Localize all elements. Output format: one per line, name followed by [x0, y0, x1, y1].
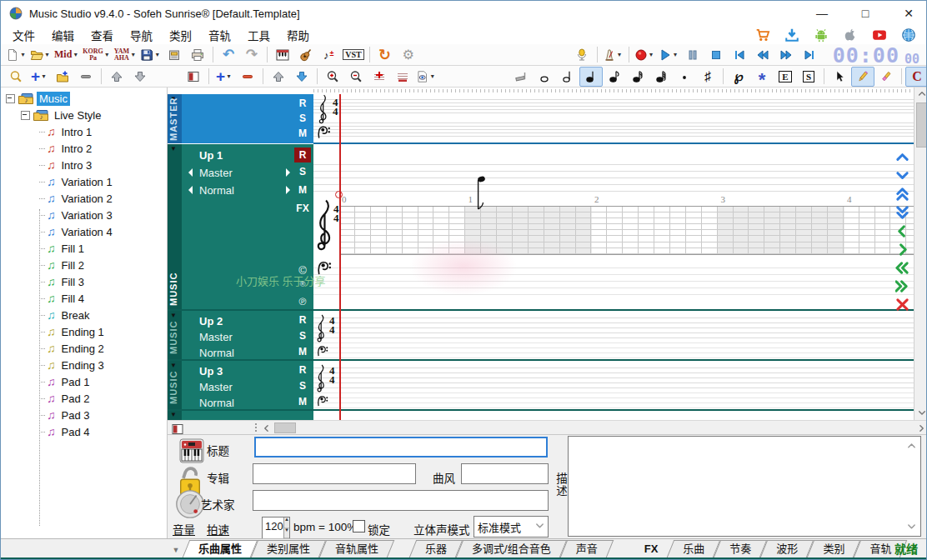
delete-notes-button[interactable]	[893, 296, 911, 312]
add-track-button[interactable]: +▾	[213, 67, 236, 87]
tree-item-pad-4[interactable]: ♫ Pad 4	[1, 423, 167, 440]
open-button[interactable]: ▾	[28, 45, 53, 65]
menu-item-edit[interactable]: 编辑	[43, 25, 83, 45]
youtube-icon[interactable]	[872, 28, 887, 42]
octave-up-button[interactable]	[893, 186, 911, 202]
up-3-r-button[interactable]: R	[294, 364, 311, 376]
track-mode[interactable]: Normal	[199, 347, 234, 359]
genre-input[interactable]	[461, 463, 549, 484]
up-2-m-button[interactable]: M	[294, 346, 311, 358]
tuplet-button[interactable]: *	[750, 67, 774, 87]
nudge-left-button[interactable]	[893, 222, 911, 239]
collapse-box-icon[interactable]	[6, 94, 15, 103]
print-button[interactable]	[186, 45, 209, 65]
tree-root-music[interactable]: ♪ Music	[1, 90, 167, 107]
panel-toggle-button[interactable]	[182, 67, 205, 87]
globe-icon[interactable]	[901, 28, 916, 42]
up-3-s-button[interactable]: S	[294, 380, 311, 392]
lock-checkbox[interactable]	[353, 520, 365, 532]
tab-multimode-combi[interactable]: 多调式/组合音色	[459, 540, 564, 558]
up-1-m-button[interactable]: M	[294, 184, 311, 196]
track-header-master[interactable]: ▼ MASTER RSM	[168, 94, 313, 143]
menu-item-track[interactable]: 音轨	[200, 25, 239, 45]
track-source[interactable]: Master	[199, 381, 233, 393]
view-options-button[interactable]: ▾	[414, 67, 438, 87]
dropdown-arrow-icon[interactable]: ▾	[19, 51, 27, 58]
menu-item-tools[interactable]: 工具	[239, 25, 278, 45]
playhead-line[interactable]	[339, 94, 341, 420]
import-yamaha-button[interactable]: YAMAHA▾	[113, 45, 138, 65]
dropdown-arrow-icon[interactable]: ▾	[129, 51, 137, 58]
close-button[interactable]: ✕	[901, 7, 916, 20]
zoom-out-button[interactable]	[344, 67, 368, 87]
up-1-s-button[interactable]: S	[294, 166, 311, 178]
scroll-left-button[interactable]	[261, 421, 273, 434]
tempo-spinner[interactable]: 120 ▲▼	[262, 517, 290, 539]
volume-link[interactable]: 音量	[173, 521, 195, 538]
menu-item-help[interactable]: 帮助	[278, 25, 318, 45]
new-file-button[interactable]: ▾	[4, 45, 28, 65]
tree-item-pad-2[interactable]: ♫ Pad 2	[1, 390, 167, 407]
collapse-box-icon[interactable]	[21, 111, 30, 120]
refresh-button[interactable]: ↻	[373, 45, 397, 65]
horizontal-scrollbar[interactable]	[168, 420, 927, 434]
apple-icon[interactable]	[843, 28, 858, 42]
track-mode[interactable]: Normal	[199, 184, 234, 197]
artist-input[interactable]	[253, 490, 549, 511]
snap-magnet-button[interactable]: C	[905, 67, 927, 87]
vst-button[interactable]: VST	[341, 45, 365, 65]
scrollbar-thumb[interactable]	[274, 422, 296, 433]
step-forward-button[interactable]	[798, 45, 821, 65]
tree-item-variation-1[interactable]: ♫ Variation 1	[1, 173, 167, 190]
tree-item-fill-2[interactable]: ♫ Fill 2	[1, 257, 167, 273]
tree-group-live-style[interactable]: ♪ Live Style	[1, 107, 167, 123]
menu-item-navigate[interactable]: 导航	[122, 25, 161, 45]
nudge-right-button[interactable]	[893, 241, 911, 258]
note-up-button[interactable]	[893, 149, 911, 166]
stereo-mode-select[interactable]: 标准模式	[474, 516, 549, 538]
symbol-button[interactable]: S	[797, 67, 820, 87]
vertical-scrollbar[interactable]	[914, 88, 927, 420]
scrollbar-thumb[interactable]	[916, 102, 927, 148]
track-header-up-3[interactable]: ▼ MUSIC Up 3 Master NormalRSM	[168, 361, 313, 409]
menu-item-view[interactable]: 查看	[83, 25, 122, 45]
move-up-button[interactable]	[105, 67, 128, 87]
stop-button[interactable]	[704, 45, 728, 65]
tab-sound[interactable]: 声音	[564, 540, 610, 558]
tab-song[interactable]: 乐曲	[670, 540, 717, 558]
minimize-button[interactable]: —	[814, 7, 829, 20]
tree-item-variation-4[interactable]: ♫ Variation 4	[1, 223, 167, 240]
play-button[interactable]: ▾	[657, 45, 681, 65]
track-source[interactable]: Master	[199, 167, 233, 179]
dropdown-arrow-icon[interactable]: ▾	[672, 51, 679, 58]
tree-item-ending-3[interactable]: ♫ Ending 3	[1, 357, 167, 373]
duplicate-button[interactable]	[51, 67, 74, 87]
tree-item-ending-2[interactable]: ♫ Ending 2	[1, 340, 167, 357]
tree-item-intro-2[interactable]: ♫ Intro 2	[1, 140, 167, 157]
tab-fx[interactable]: FX	[632, 540, 671, 558]
scroll-down-button[interactable]	[914, 407, 927, 420]
scroll-up-icon[interactable]	[907, 441, 916, 453]
tab-category-properties[interactable]: 类别属性	[254, 540, 323, 558]
track-mode[interactable]: Normal	[199, 397, 234, 409]
tree-item-intro-1[interactable]: ♫ Intro 1	[1, 123, 167, 140]
tab-rhythm[interactable]: 节奏	[717, 540, 764, 558]
add-item-button[interactable]: +▾	[28, 67, 51, 87]
expression-button[interactable]: E	[774, 67, 797, 87]
move-down-button[interactable]	[128, 67, 152, 87]
dot-button[interactable]	[673, 67, 696, 87]
maximize-button[interactable]: □	[858, 7, 873, 20]
scroll-down-icon[interactable]	[907, 522, 916, 534]
dropdown-arrow-icon[interactable]: ▾	[153, 51, 161, 58]
track-header-partial[interactable]: ▼	[168, 411, 313, 420]
track-down-button[interactable]	[290, 67, 313, 87]
master-s-button[interactable]: S	[294, 112, 311, 124]
up-3-m-button[interactable]: M	[294, 396, 311, 408]
prev-mode-arrow[interactable]	[184, 186, 193, 194]
metronome-button[interactable]: ▾	[601, 45, 625, 65]
remove-staff-button[interactable]	[391, 67, 414, 87]
up-1-r-button[interactable]: R	[294, 148, 311, 162]
store-cart-icon[interactable]	[755, 28, 770, 42]
shift-left-button[interactable]	[893, 259, 911, 276]
scroll-right-button[interactable]	[915, 421, 927, 434]
